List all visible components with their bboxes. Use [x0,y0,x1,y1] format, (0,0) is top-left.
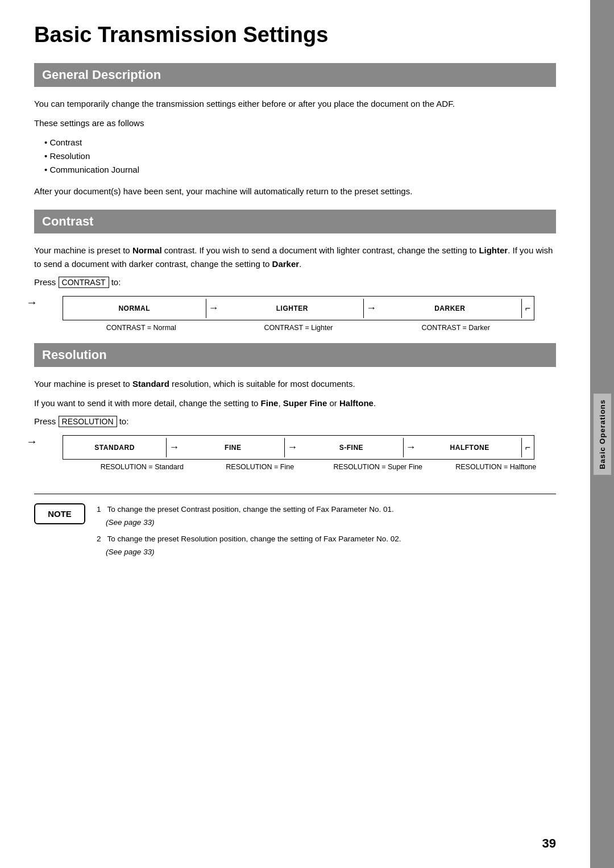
contrast-header: Contrast [34,210,556,233]
contrast-para: Your machine is preset to Normal contras… [34,244,556,271]
res-arrow-1: → [167,436,181,459]
contrast-label-darker: CONTRAST = Darker [377,324,534,332]
flow-seg-standard: STANDARD [63,438,167,457]
resolution-para1: Your machine is preset to Standard resol… [34,377,556,391]
general-description-para3: After your document(s) have been sent, y… [34,185,556,198]
list-item: Communication Journal [44,163,556,177]
side-tab: Basic Operations [590,0,614,868]
note-content: 1 To change the preset Contrast position… [97,503,401,559]
res-arrow-3: → [404,436,418,459]
flow-label-normal: NORMAL [118,304,150,312]
contrast-label-normal: CONTRAST = Normal [63,324,220,332]
flow-seg-sfine: S-FINE [300,438,403,457]
contrast-section: Contrast Your machine is preset to Norma… [34,210,556,332]
res-label-sfine: RESOLUTION = Super Fine [319,463,437,471]
list-item: Resolution [44,149,556,163]
flow-seg-sfine-label: S-FINE [339,444,363,452]
general-description-para2: These settings are as follows [34,116,556,130]
contrast-press-line: Press CONTRAST to: [34,277,556,288]
flow-segment-normal: NORMAL [63,299,206,318]
resolution-para2: If you want to send it with more detail,… [34,397,556,410]
res-label-fine: RESOLUTION = Fine [201,463,320,471]
general-description-para1: You can temporarily change the transmiss… [34,97,556,111]
flow-segment-lighter: LIGHTER [221,299,364,318]
res-label-halftone: RESOLUTION = Halftone [437,463,555,471]
res-arrow-2: → [285,436,300,459]
note-box: NOTE [34,503,85,524]
page-title: Basic Transmission Settings [34,23,556,47]
contrast-label-lighter: CONTRAST = Lighter [220,324,377,332]
res-label-standard: RESOLUTION = Standard [83,463,201,471]
flow-label-lighter: LIGHTER [276,304,308,312]
side-tab-label: Basic Operations [594,394,611,475]
note-2: 2 To change the preset Resolution positi… [97,533,401,559]
contrast-flow-labels: CONTRAST = Normal CONTRAST = Lighter CON… [63,324,534,332]
resolution-flow-labels: RESOLUTION = Standard RESOLUTION = Fine … [83,463,555,471]
note-section: NOTE 1 To change the preset Contrast pos… [34,503,556,559]
flow-segment-darker: DARKER [379,299,522,318]
general-description-header: General Description [34,63,556,87]
flow-seg-halftone-label: HALFTONE [450,444,489,452]
res-return-indicator: ⌐ [522,437,534,458]
flow-seg-halftone: HALFTONE [418,438,522,457]
resolution-flow-start-arrow: → [26,435,38,448]
flow-arrow-1: → [206,297,221,320]
contrast-flow-outer: NORMAL → LIGHTER → DARKER ⌐ [63,296,534,320]
flow-seg-fine-label: FINE [225,444,241,452]
note-1: 1 To change the preset Contrast position… [97,503,401,529]
contrast-flow-diagram: → NORMAL → LIGHTER → DARKER ⌐ [34,296,556,332]
resolution-flow-diagram: → STANDARD → FINE → S-FINE → [34,435,556,471]
flow-seg-fine: FINE [181,438,285,457]
resolution-key: RESOLUTION [59,416,117,427]
contrast-key: CONTRAST [59,277,109,288]
resolution-flow-outer: STANDARD → FINE → S-FINE → HALFTONE [63,435,534,460]
resolution-header: Resolution [34,343,556,367]
settings-list: Contrast Resolution Communication Journa… [44,136,556,177]
resolution-press-line: Press RESOLUTION to: [34,416,556,427]
resolution-section: Resolution Your machine is preset to Sta… [34,343,556,471]
flow-return-indicator: ⌐ [522,298,534,319]
general-description-section: General Description You can temporarily … [34,63,556,198]
flow-seg-standard-label: STANDARD [94,444,134,452]
page-number: 39 [542,836,556,851]
flow-start-arrow: → [26,296,38,309]
flow-arrow-2: → [364,297,379,320]
flow-label-darker: DARKER [434,304,465,312]
bottom-divider [34,494,556,494]
list-item: Contrast [44,136,556,149]
